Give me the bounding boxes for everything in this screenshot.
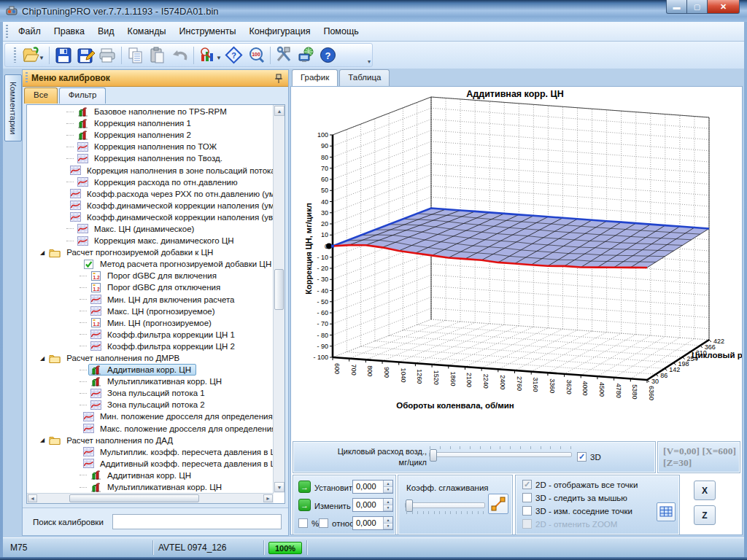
scroll-left-button[interactable]: ◄	[28, 494, 37, 502]
change-value-spinner[interactable]: 0,000▲▼	[352, 498, 393, 512]
menu-grip[interactable]	[6, 25, 8, 38]
close-button[interactable]: ✕	[707, 0, 740, 14]
menu-item-6[interactable]: Помощь	[317, 23, 365, 39]
zoom-100-button[interactable]: 100	[245, 45, 267, 66]
grid-button[interactable]	[657, 502, 676, 521]
maximize-button[interactable]: ▢	[687, 0, 707, 14]
undo-button[interactable]	[169, 45, 190, 66]
pin-icon[interactable]	[274, 73, 284, 84]
open-file-dropdown-caret[interactable]: ▼	[39, 55, 44, 61]
apply-change-button[interactable]: →	[298, 499, 311, 511]
tree-item-13[interactable]: Метод расчета прогнозируемой добавки ЦН	[27, 258, 274, 270]
print-button[interactable]	[96, 45, 118, 66]
smoothing-slider-track[interactable]	[405, 502, 485, 508]
percent-checkbox[interactable]	[298, 518, 308, 528]
save-as-button[interactable]	[74, 45, 96, 66]
scroll-down-button[interactable]: ▼	[274, 482, 285, 492]
chart-view-dropdown-caret[interactable]: ▼	[216, 55, 222, 61]
z-slider-thumb[interactable]	[430, 449, 437, 462]
surface-chart[interactable]: 1009080706050403020100- 10- 20- 30- 40- …	[291, 87, 742, 438]
axis-z-button[interactable]: Z	[694, 505, 716, 525]
tree-item-31[interactable]: Аддитивная корр. ЦН	[27, 470, 274, 481]
tree-item-23[interactable]: Мультипликативная корр. ЦН	[27, 376, 274, 387]
tree-item-17[interactable]: Макс. ЦН (прогнозируемое)	[27, 306, 274, 317]
option-checkbox-1[interactable]	[522, 493, 532, 502]
menu-item-2[interactable]: Вид	[91, 23, 121, 39]
vscroll-thumb[interactable]	[274, 269, 284, 310]
tree-item-10[interactable]: Макс. ЦН (динамическое)	[27, 223, 274, 235]
save-button[interactable]	[53, 45, 74, 66]
help-button[interactable]: ?	[317, 45, 339, 66]
apply-set-button[interactable]: →	[298, 481, 311, 493]
option-checkbox-row-2[interactable]: 3D - изм. соседние точки	[522, 506, 632, 516]
checkbox-3d-row[interactable]: ✓ 3D	[577, 452, 601, 462]
menu-item-5[interactable]: Конфигурация	[243, 23, 317, 39]
tree-item-5[interactable]: Коррекция наполнения в зоне польсаций по…	[27, 164, 274, 176]
copy-button[interactable]	[125, 45, 147, 66]
menu-item-1[interactable]: Правка	[47, 23, 91, 39]
tree-folder-12[interactable]: ◢Расчет прогнозируемой добавки к ЦН	[27, 246, 274, 258]
tree-item-20[interactable]: Коэфф.фильтра коррекции ЦН 2	[27, 341, 274, 352]
toolbar-overflow-button[interactable]: ▾	[368, 58, 371, 65]
tree-item-3[interactable]: Коррекция наполнения по ТОЖ	[27, 141, 274, 152]
tree-item-32[interactable]: Мультипликативная корр. ЦН	[27, 481, 274, 493]
tree-item-19[interactable]: Коэфф.фильтра коррекции ЦН 1	[27, 329, 274, 341]
menu-item-0[interactable]: Файл	[12, 23, 47, 39]
tree-item-26[interactable]: Мин. положение дросселя для определения …	[27, 411, 274, 422]
toolbar-grip[interactable]	[14, 47, 16, 63]
comments-side-tab[interactable]: Комментарии	[4, 74, 22, 141]
minimize-button[interactable]: ▬	[666, 0, 687, 14]
calibration-panel-header[interactable]: Меню калибровок	[23, 70, 288, 87]
calib-tab-1[interactable]: Фильтр	[59, 88, 107, 104]
checkbox-3d[interactable]: ✓	[577, 452, 587, 462]
tree-horizontal-scrollbar[interactable]: ◄ ►	[27, 493, 274, 503]
paste-button[interactable]	[147, 45, 169, 66]
online-update-button[interactable]	[295, 45, 317, 66]
expand-marker-icon[interactable]: ◢	[40, 355, 44, 362]
set-value-spinner[interactable]: 0,000▲▼	[352, 480, 393, 494]
view-tab-0[interactable]: График	[292, 69, 338, 86]
tree-item-16[interactable]: Мин. ЦН для включения расчета	[27, 294, 274, 306]
scroll-up-button[interactable]: ▲	[274, 106, 285, 116]
tree-item-6[interactable]: Коррекция расхода по отн.давлению	[27, 176, 274, 188]
tree-vertical-scrollbar[interactable]: ▲ ▼	[273, 105, 285, 493]
title-bar[interactable]: ChipTuningPRO ver.7.7.1.1193 - I574DA01.…	[0, 0, 747, 22]
z-slider-track[interactable]	[429, 452, 572, 457]
tree-item-24[interactable]: Зона пульсаций потока 1	[27, 387, 274, 399]
tree-item-18[interactable]: 1.2Мин. ЦН (прогнозируемое)	[27, 317, 274, 329]
tree-item-1[interactable]: Коррекция наполнения 1	[27, 117, 274, 129]
hscroll-thumb[interactable]	[69, 494, 199, 502]
tools-button[interactable]	[274, 45, 295, 66]
smoothing-slider-thumb[interactable]	[406, 499, 413, 512]
option-checkbox-row-1[interactable]: 3D - следить за мышью	[522, 493, 627, 502]
scroll-right-button[interactable]: ►	[263, 494, 273, 502]
tree-item-11[interactable]: Коррекция макс. динамического ЦН	[27, 235, 274, 246]
info-button[interactable]: ?	[223, 45, 245, 66]
relative-value-spinner[interactable]: 0,000▲▼	[352, 516, 393, 530]
tree-item-14[interactable]: 1.2Порог dGBC для включения	[27, 270, 274, 281]
tree-item-29[interactable]: Мультиплик. коэфф. пересчета давления в …	[27, 446, 274, 458]
tree-item-8[interactable]: Коэфф.динамической коррекции наполения (…	[27, 200, 274, 211]
tree-item-22[interactable]: Аддитивная корр. ЦН	[27, 364, 274, 376]
option-checkbox-2[interactable]	[522, 506, 532, 516]
tree-item-27[interactable]: Макс. положение дросселя для определения…	[27, 423, 274, 435]
percent-checkbox-row[interactable]: %	[298, 518, 319, 528]
tree-item-15[interactable]: 1.2Порог dGBC для отключения	[27, 281, 274, 293]
tree-folder-21[interactable]: ◢Расчет наполнения по ДМРВ	[27, 352, 274, 364]
tree-item-2[interactable]: Коррекция наполнения 2	[27, 129, 274, 141]
relative-checkbox[interactable]	[319, 518, 328, 528]
tree-item-0[interactable]: Базовое наполнение по TPS-RPM	[27, 106, 274, 117]
smoothing-apply-button[interactable]	[488, 494, 508, 514]
tree-item-25[interactable]: Зона пульсаций потока 2	[27, 399, 274, 411]
expand-marker-icon[interactable]: ◢	[40, 249, 44, 256]
tree-item-7[interactable]: Коэфф.расхода через РХХ по отн.давлению …	[27, 188, 274, 200]
tree-item-30[interactable]: Аддитивный коэфф. пересчета давления в Ц…	[27, 458, 274, 470]
tree-folder-28[interactable]: ◢Расчет наполнения по ДАД	[27, 435, 274, 446]
axis-x-button[interactable]: X	[694, 481, 716, 500]
expand-marker-icon[interactable]: ◢	[40, 437, 44, 443]
menu-item-3[interactable]: Команды	[121, 23, 173, 39]
menu-item-4[interactable]: Инструменты	[173, 23, 243, 39]
tree-item-9[interactable]: Коэфф.динамической коррекции наполения (…	[27, 211, 274, 223]
tree-item-4[interactable]: Коррекция наполнения по Твозд.	[27, 152, 274, 164]
calib-tab-0[interactable]: Все	[24, 88, 58, 104]
